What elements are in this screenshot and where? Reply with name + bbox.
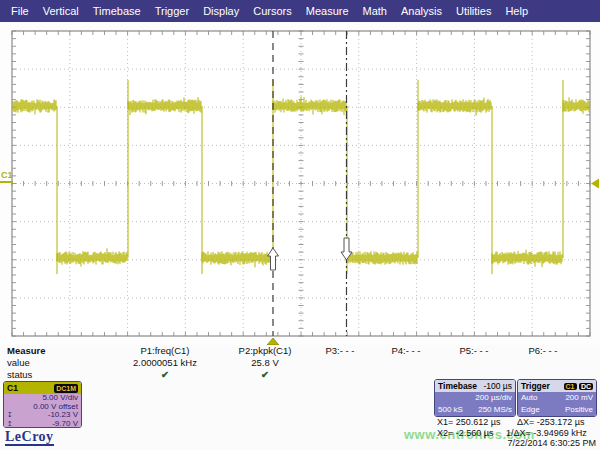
invdx-label: 1/ΔX=	[506, 428, 531, 438]
trigger-coupling-badge: DC	[579, 383, 593, 390]
lecroy-logo: LeCroy	[5, 429, 54, 446]
trigger-mode: Auto	[521, 392, 537, 404]
menu-help[interactable]: Help	[498, 0, 535, 22]
p2-value: 25.8 V	[217, 357, 313, 369]
channel-zero-label: C1	[1, 170, 13, 180]
measure-col-p1[interactable]: P1:freq(C1) 2.0000051 kHz ✔	[117, 345, 213, 381]
datetime-display: 7/22/2014 6:30:25 PM	[507, 438, 596, 448]
timebase-body: 200 µs/div 500 kS 250 MS/s	[435, 392, 515, 417]
menu-file[interactable]: File	[4, 0, 36, 22]
cursor-readout-x1: X1= 250.612 µs ΔX= -253.172 µs	[437, 417, 585, 427]
menu-measure[interactable]: Measure	[299, 0, 356, 22]
trigger-header: Trigger C1 DC	[518, 380, 596, 392]
timebase-title: Timebase	[438, 381, 477, 391]
channel-coupling-badge: DC1M	[54, 384, 78, 393]
timebase-descriptor[interactable]: Timebase -100 µs 200 µs/div 500 kS 250 M…	[434, 379, 516, 417]
trigger-slope: Positive	[565, 404, 593, 416]
menu-cursors[interactable]: Cursors	[246, 0, 299, 22]
cursor2-level: -9.70 V	[52, 420, 78, 428]
trigger-descriptor[interactable]: Trigger C1 DC Auto 200 mV Edge Positive	[517, 379, 597, 417]
x1-value: 250.612 µs	[456, 417, 501, 427]
menu-analysis[interactable]: Analysis	[394, 0, 449, 22]
status-label: status	[7, 369, 46, 381]
cursor-readout-x2: X2= -2.560 µs 1/ΔX= -3.94969 kHz	[437, 428, 587, 438]
timebase-samples: 500 kS	[438, 404, 463, 416]
menu-vertical[interactable]: Vertical	[36, 0, 86, 22]
value-label: value	[7, 357, 46, 369]
trigger-level-marker[interactable]	[591, 179, 599, 189]
x2-value: -2.560 µs	[456, 428, 494, 438]
menu-bar: File Vertical Timebase Trigger Display C…	[0, 0, 600, 22]
trigger-body: Auto 200 mV Edge Positive	[518, 392, 596, 417]
channel-zero-marker	[0, 181, 13, 183]
trigger-position-marker[interactable]	[267, 338, 279, 345]
dx-label: ΔX=	[517, 417, 534, 427]
channel-body: 5.00 V/div 0.00 V offset ↧ -10.23 V ↥ -9…	[4, 394, 81, 428]
scope-grid-svg: C1	[0, 22, 600, 345]
menu-timebase[interactable]: Timebase	[86, 0, 148, 22]
timebase-rate: 250 MS/s	[478, 404, 512, 416]
menu-trigger[interactable]: Trigger	[148, 0, 196, 22]
channel-c1-descriptor[interactable]: C1 DC1M 5.00 V/div 0.00 V offset ↧ -10.2…	[3, 381, 82, 428]
p1-status: ✔	[117, 369, 213, 381]
menu-utilities[interactable]: Utilities	[449, 0, 498, 22]
measure-col-p6[interactable]: P6:- - -	[495, 345, 591, 357]
invdx-value: -3.94969 kHz	[533, 428, 587, 438]
trigger-title: Trigger	[521, 381, 550, 391]
menu-display[interactable]: Display	[196, 0, 246, 22]
trigger-type: Edge	[521, 404, 540, 416]
p2-status: ✔	[217, 369, 313, 381]
x1-label: X1=	[437, 417, 453, 427]
trigger-source-badge: C1	[564, 383, 577, 390]
cursor1-icon: ↧	[7, 411, 13, 420]
dx-value: -253.172 µs	[537, 417, 585, 427]
channel-name: C1	[7, 383, 18, 393]
trigger-level: 200 mV	[565, 392, 593, 404]
timebase-delay: -100 µs	[483, 381, 512, 391]
measure-table: Measure value status P1:freq(C1) 2.00000…	[0, 345, 600, 381]
measure-row-labels: Measure value status	[7, 345, 46, 381]
p1-name: P1:freq(C1)	[117, 345, 213, 357]
x2-label: X2=	[437, 428, 453, 438]
menu-math[interactable]: Math	[356, 0, 394, 22]
cursor2-icon: ↥	[7, 420, 13, 428]
timebase-header: Timebase -100 µs	[435, 380, 515, 392]
waveform-display: C1	[0, 22, 600, 345]
p6-name: P6:- - -	[495, 345, 591, 357]
timebase-scale: 200 µs/div	[475, 392, 512, 404]
measure-label: Measure	[7, 345, 46, 357]
p1-value: 2.0000051 kHz	[117, 357, 213, 369]
